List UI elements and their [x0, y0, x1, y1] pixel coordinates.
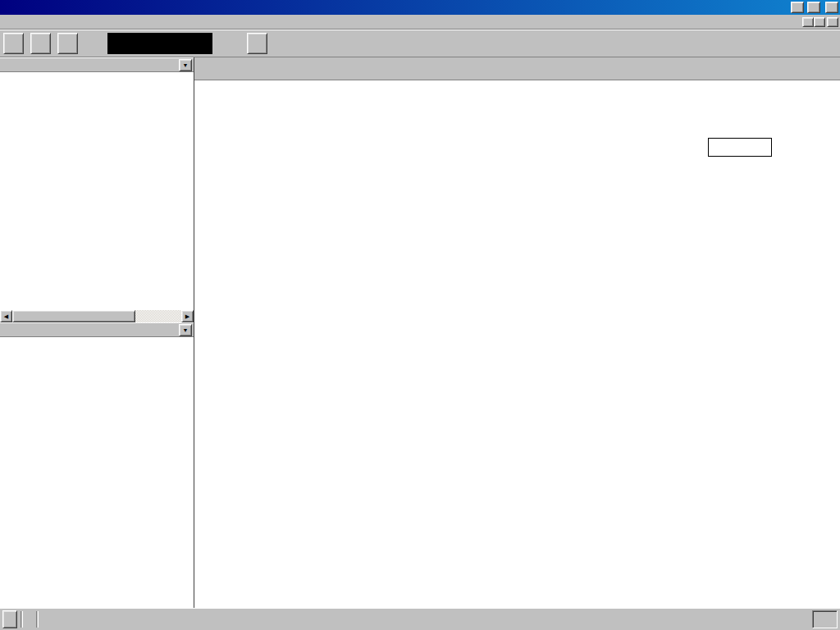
legend-run-marker-diamond	[713, 143, 722, 152]
main-toolbar	[0, 30, 840, 57]
data-panel-hscrollbar[interactable]: ◀ ▶	[0, 310, 194, 322]
experiment-timer	[107, 33, 212, 54]
title-bar	[0, 0, 840, 15]
child-restore-button[interactable]	[814, 17, 825, 27]
setup-button[interactable]	[30, 33, 51, 54]
window-maximize-button[interactable]	[807, 2, 820, 13]
window-minimize-button[interactable]	[791, 2, 804, 13]
displays-panel-header: ▼	[0, 322, 194, 337]
calculate-button[interactable]	[247, 33, 267, 54]
menu-bar	[0, 15, 840, 30]
window-close-button[interactable]	[825, 2, 838, 13]
summary-panel: ▼ ◀ ▶ ▼	[0, 57, 194, 608]
graph-window	[194, 57, 840, 608]
graph-toolbar	[194, 57, 840, 80]
graph-chart[interactable]	[194, 80, 840, 608]
taskbar	[0, 608, 840, 630]
graph-legend[interactable]	[708, 138, 772, 157]
child-close-button[interactable]	[827, 17, 838, 27]
taskbar-divider	[36, 611, 39, 628]
graph-plot-area[interactable]	[194, 80, 840, 608]
system-tray	[812, 610, 838, 628]
scroll-right-button[interactable]: ▶	[181, 310, 194, 322]
displays-tree	[0, 337, 194, 608]
taskbar-divider	[21, 611, 23, 628]
data-panel-header: ▼	[0, 57, 194, 72]
start-button[interactable]	[57, 33, 78, 54]
datastudio-window: ▼ ◀ ▶ ▼	[0, 0, 840, 630]
scroll-thumb[interactable]	[12, 310, 135, 322]
summary-button[interactable]	[3, 33, 24, 54]
scroll-left-button[interactable]: ◀	[0, 310, 12, 322]
child-minimize-button[interactable]	[802, 17, 814, 27]
scroll-track[interactable]	[135, 310, 181, 322]
displays-panel-dropdown-button[interactable]: ▼	[179, 324, 192, 336]
data-tree	[0, 72, 194, 310]
data-panel-dropdown-button[interactable]: ▼	[179, 59, 192, 71]
start-menu-button[interactable]	[2, 610, 17, 628]
